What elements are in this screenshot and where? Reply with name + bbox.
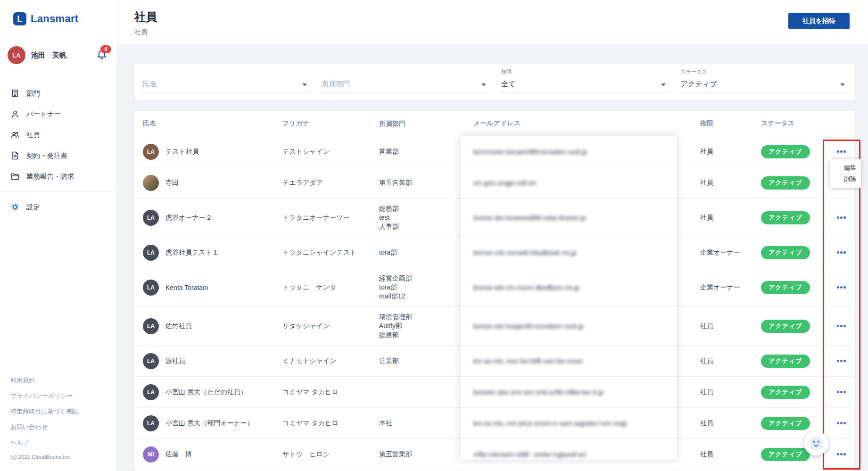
footer-link-terms[interactable]: 利用規約: [10, 376, 117, 385]
status-badge: アクティブ: [761, 355, 810, 368]
row-actions-button[interactable]: [834, 356, 849, 366]
permission: 社員: [700, 322, 761, 331]
content-area: 氏名 所属部門 権限 全て ステータス アクティブ: [117, 44, 868, 471]
email-redacted: bmswm sbw smn wm smb a,f9b mfbw bw m.jp: [473, 388, 603, 396]
permission: 社員: [700, 179, 761, 187]
chevron-down-icon: [661, 83, 666, 86]
table-row: LAテスト社員 テストシャイン 営業部 bcmrnsoev loscaemf89…: [134, 136, 855, 167]
furigana: サタケシャイン: [282, 322, 379, 331]
gear-icon: [10, 202, 20, 212]
email-redacted: km sw mls, msn bw b9fk swn bw msws: [473, 357, 583, 365]
notification-bell-icon[interactable]: 8: [96, 49, 108, 61]
row-actions-button[interactable]: [834, 248, 849, 257]
row-actions-button[interactable]: [834, 418, 849, 428]
status-filter-value: アクティブ: [681, 80, 717, 88]
notification-badge: 8: [100, 45, 111, 53]
ellipsis-icon: [837, 422, 846, 424]
column-header-email: メールアドレス: [473, 119, 700, 128]
sidebar-item-department[interactable]: 部門: [0, 83, 117, 104]
breadcrumb[interactable]: 社員: [117, 25, 868, 37]
ellipsis-icon: [837, 286, 846, 289]
permission: 社員: [700, 388, 761, 397]
sidebar-item-reports[interactable]: 業務報告・請求: [0, 166, 117, 187]
name-filter-select[interactable]: 氏名: [142, 80, 309, 92]
employee-name: 虎谷オーナー２: [165, 214, 212, 222]
department: 環境管理部 Autify部 総務部: [379, 313, 473, 339]
chat-smiley-icon: [808, 435, 825, 452]
status-filter-label: ステータス: [681, 68, 707, 75]
employee-table: 氏名 フリガナ 所属部門 メールアドレス 権限 ステータス LAテスト社員 テス…: [134, 111, 855, 471]
footer-link-commerce[interactable]: 特定商取引に基づく表記: [10, 407, 117, 416]
footer-link-contact[interactable]: お問い合わせ: [10, 423, 117, 431]
copyright-text: (c) 2021 CloudBrains,Inc.: [10, 454, 117, 460]
table-header-row: 氏名 フリガナ 所属部門 メールアドレス 権限 ステータス: [134, 111, 855, 136]
user-avatar[interactable]: LA: [8, 46, 25, 64]
sidebar-nav: 部門 パートナー 社員 契約・発注書 業務報告・請求 設定: [0, 83, 117, 217]
name-filter-placeholder: 氏名: [142, 80, 157, 88]
sidebar-item-label: 設定: [26, 203, 40, 212]
department: tora部: [379, 248, 473, 257]
table-row: MI佐藤 博 サトウ ヒロシ 第五営業部 mfbs mknswm s98ll -…: [134, 439, 855, 470]
sidebar-item-contracts[interactable]: 契約・発注書: [0, 145, 117, 166]
invite-employee-button[interactable]: 社員を招待: [788, 13, 850, 29]
furigana: サトウ ヒロシ: [282, 450, 379, 459]
chevron-down-icon: [481, 83, 486, 86]
employee-name: 虎谷社員テスト１: [165, 248, 219, 257]
status-filter-select[interactable]: ステータス アクティブ: [681, 80, 847, 92]
brand-logo[interactable]: L Lansmart: [0, 0, 117, 25]
row-actions-button[interactable]: [834, 213, 849, 223]
status-badge: アクティブ: [761, 211, 810, 224]
department: 第五営業部: [379, 178, 473, 187]
email-redacted: bnmse edv losqamf8+ecxwbem nsck.jp: [473, 322, 584, 330]
column-header-department: 所属部門: [379, 119, 473, 128]
row-context-menu: 編集 削除: [830, 159, 861, 188]
sidebar-item-employee[interactable]: 社員: [0, 124, 117, 145]
table-row: LA佐竹社員 サタケシャイン 環境管理部 Autify部 総務部 bnmse e…: [134, 307, 855, 346]
context-menu-edit[interactable]: 編集: [830, 162, 861, 174]
ellipsis-icon: [837, 150, 846, 153]
row-actions-button[interactable]: [834, 282, 849, 292]
footer-link-help[interactable]: ヘルプ: [10, 438, 117, 447]
row-actions-button[interactable]: [834, 321, 849, 331]
avatar: LA: [143, 144, 159, 160]
employee-name: テスト社員: [165, 148, 199, 156]
footer-link-privacy[interactable]: プライバシーポリシー: [10, 392, 117, 400]
department: 総務部 test 人事部: [379, 204, 473, 231]
status-badge: アクティブ: [761, 386, 810, 399]
table-row: LA小宮山 貴大（ただの社員） コミヤマ タカヒロ bmswm sbw smn …: [134, 377, 855, 408]
permission: 社員: [700, 357, 761, 365]
permission-filter-select[interactable]: 権限 全て: [501, 80, 668, 92]
context-menu-delete[interactable]: 削除: [830, 174, 861, 185]
brand-logo-icon: L: [13, 12, 26, 25]
ellipsis-icon: [837, 453, 846, 455]
employee-name: 佐藤 博: [165, 450, 192, 459]
department-filter-select[interactable]: 所属部門: [322, 80, 488, 92]
permission-filter-label: 権限: [501, 68, 512, 75]
brand-name: Lansmart: [31, 13, 78, 25]
avatar: LA: [143, 415, 159, 431]
row-actions-button[interactable]: [834, 147, 849, 157]
row-actions-button[interactable]: [834, 449, 849, 459]
folder-icon: [10, 172, 20, 181]
employee-name: 佐竹社員: [165, 322, 192, 331]
column-header-name: 氏名: [134, 119, 282, 128]
sidebar-item-label: 契約・発注書: [26, 151, 67, 160]
avatar: [143, 175, 159, 191]
sidebar-item-settings[interactable]: 設定: [0, 197, 117, 217]
people-icon: [10, 130, 20, 140]
row-actions-button[interactable]: [834, 387, 849, 397]
status-badge: アクティブ: [761, 417, 810, 430]
table-row: LA虎谷オーナー２ トラタニオーナーツー 総務部 test 人事部 bnmse …: [134, 198, 855, 237]
sidebar-item-partner[interactable]: パートナー: [0, 104, 117, 124]
avatar: LA: [143, 245, 159, 261]
chat-widget-button[interactable]: [804, 431, 828, 455]
department: 経営企画部 tora部 mail部12: [379, 274, 473, 301]
employee-name: 小宮山 貴大（部門オーナー）: [165, 419, 254, 428]
employee-name: 小宮山 貴大（ただの社員）: [165, 388, 247, 397]
page-header: 社員 社員 社員を招待: [117, 0, 868, 44]
sidebar-divider: [0, 191, 117, 192]
ellipsis-icon: [837, 360, 846, 362]
furigana: トラタニ ケンタ: [282, 283, 379, 292]
status-badge: アクティブ: [761, 448, 810, 461]
building-icon: [10, 89, 20, 98]
